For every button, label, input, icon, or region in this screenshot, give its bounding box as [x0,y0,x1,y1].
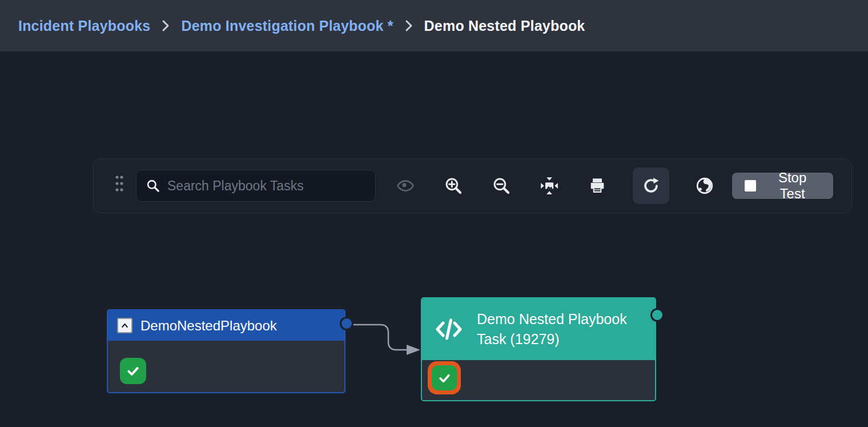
fit-to-screen-button[interactable] [537,173,562,198]
breadcrumb-current-page: Demo Nested Playbook [424,18,585,34]
task-node-body[interactable] [422,360,655,400]
chevron-right-icon [162,19,170,32]
playbook-canvas[interactable]: Stop Test DemoNestedPlaybook [0,51,868,427]
task-title-line2: Task (19279) [477,329,627,349]
stop-test-button[interactable]: Stop Test [732,173,833,199]
breadcrumb-bar: Incident Playbooks Demo Investigation Pl… [0,0,868,51]
breadcrumb-investigation-playbook[interactable]: Demo Investigation Playbook * [181,18,393,34]
chevron-right-icon [405,19,413,32]
zoom-in-button[interactable] [441,173,466,198]
search-box[interactable] [136,170,376,202]
task-node-body[interactable] [108,341,344,392]
globe-button[interactable] [692,173,717,198]
search-icon [146,178,160,193]
eye-icon [396,177,415,195]
task-completed-badge [432,365,457,390]
check-icon [437,371,452,385]
output-connector[interactable] [650,308,664,322]
task-node-demo-nested-playbook[interactable]: DemoNestedPlaybook [107,309,345,393]
canvas-toolbar: Stop Test [93,158,852,213]
drag-handle-icon [114,174,124,198]
task-title: Demo Nested Playbook Task (19279) [477,309,627,349]
automation-script-icon [436,318,462,341]
task-node-header[interactable]: DemoNestedPlaybook [108,310,344,341]
task-title: DemoNestedPlaybook [140,318,277,334]
task-highlight-ring [428,361,461,394]
zoom-in-icon [444,177,463,195]
globe-icon [695,176,714,195]
print-icon [588,177,606,195]
task-title-line1: Demo Nested Playbook [477,309,627,329]
task-node-header[interactable]: Demo Nested Playbook Task (19279) [422,298,655,360]
zoom-out-button[interactable] [489,173,514,198]
output-connector[interactable] [340,317,353,330]
stop-icon [745,180,756,191]
print-button[interactable] [585,173,610,198]
task-completed-badge [120,358,146,384]
search-input[interactable] [167,178,366,194]
check-icon [126,364,140,378]
fit-to-screen-icon [540,176,559,195]
zoom-out-icon [492,177,511,195]
refresh-icon [641,176,661,195]
sub-playbook-icon [117,318,132,333]
stop-test-label: Stop Test [764,170,821,202]
eye-button[interactable] [393,173,418,198]
breadcrumb-incident-playbooks[interactable]: Incident Playbooks [18,18,150,34]
refresh-button[interactable] [633,167,669,204]
drag-handle[interactable] [114,174,124,198]
task-node-demo-nested-playbook-task[interactable]: Demo Nested Playbook Task (19279) [421,297,656,401]
